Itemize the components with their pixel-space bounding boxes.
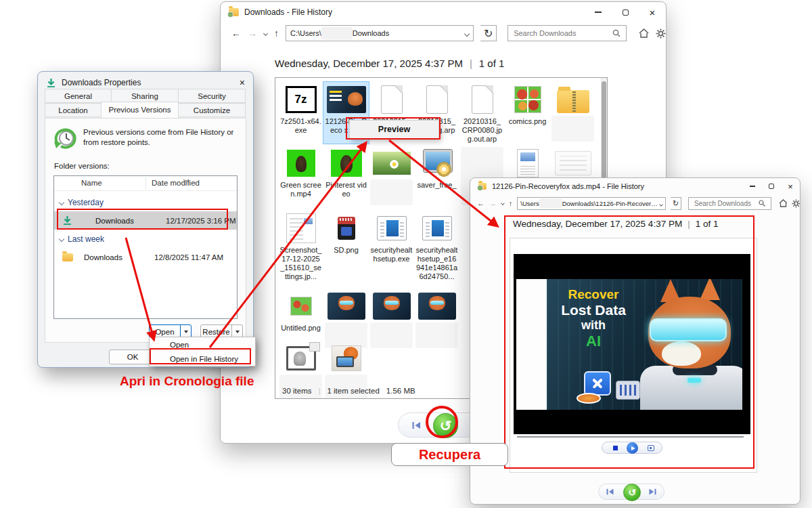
file-history-icon bbox=[478, 183, 487, 190]
file-label: SD.png bbox=[325, 246, 367, 255]
tab-general[interactable]: General bbox=[45, 89, 112, 103]
search-box[interactable]: Search Downloads bbox=[508, 25, 627, 41]
video-text-line: Lost Data bbox=[554, 302, 633, 318]
status-selected-count: 1 item selected bbox=[327, 387, 379, 395]
file-item[interactable] bbox=[414, 289, 459, 333]
maximize-button[interactable] bbox=[612, 2, 639, 22]
up-icon[interactable]: ↑ bbox=[274, 28, 279, 39]
address-suffix: Downloads\12126-Pin-Recoveryfox ads.mp4 bbox=[562, 200, 660, 207]
toolbar: ← → ↑ \Users Downloads\12126-Pin-Recover… bbox=[470, 194, 800, 212]
search-box[interactable]: Search Downloads bbox=[688, 197, 771, 210]
refresh-button[interactable]: ↻ bbox=[480, 25, 497, 41]
back-icon[interactable]: ← bbox=[231, 28, 241, 39]
title-bar: 12126-Pin-Recoveryfox ads.mp4 - File His… bbox=[470, 178, 800, 194]
file-item[interactable] bbox=[323, 289, 369, 333]
group-last-week[interactable]: Last week bbox=[60, 234, 104, 244]
tab-location[interactable]: Location bbox=[45, 103, 102, 117]
redaction-blur bbox=[551, 116, 594, 142]
menu-item-open-in-file-history[interactable]: Open in File History bbox=[150, 352, 255, 366]
tab-sharing[interactable]: Sharing bbox=[111, 89, 179, 103]
context-menu-preview[interactable]: Preview bbox=[349, 120, 439, 139]
file-item[interactable]: Green screen.mp4 bbox=[278, 146, 323, 198]
previous-version-icon[interactable] bbox=[412, 422, 421, 429]
column-name[interactable]: Name bbox=[81, 179, 102, 187]
minimize-button[interactable] bbox=[585, 2, 612, 22]
file-item[interactable]: saver_free_ bbox=[414, 146, 459, 198]
version-row-yesterday[interactable]: Downloads 12/17/2025 3:16 PM bbox=[54, 211, 237, 230]
maximize-button[interactable] bbox=[762, 178, 781, 194]
folder-versions-list[interactable]: Name Date modified Yesterday Downloads 1… bbox=[53, 175, 238, 319]
file-item[interactable]: Untitled.png bbox=[278, 289, 323, 333]
recent-locations-icon[interactable] bbox=[263, 30, 268, 35]
file-item[interactable]: securityhealthsetup.exe bbox=[369, 211, 414, 281]
settings-gear-icon[interactable] bbox=[792, 199, 800, 208]
untitled-icon bbox=[290, 297, 312, 316]
forward-icon[interactable]: → bbox=[248, 28, 257, 39]
redaction-blur bbox=[415, 322, 458, 348]
forward-icon[interactable]: → bbox=[489, 199, 497, 207]
up-icon[interactable]: ↑ bbox=[509, 199, 513, 207]
version-row-last-week[interactable]: Downloads 12/8/2025 11:47 AM bbox=[54, 248, 237, 266]
file-item[interactable] bbox=[278, 341, 323, 376]
flower-icon bbox=[373, 152, 411, 175]
settings-gear-icon[interactable] bbox=[656, 28, 666, 39]
close-button[interactable]: × bbox=[781, 178, 800, 194]
status-divider: | bbox=[318, 387, 320, 395]
file-label: Screenshot_17-12-2025_151610_settings.jp… bbox=[280, 246, 322, 281]
installer-icon bbox=[422, 150, 453, 177]
file-item[interactable]: Screenshot_17-12-2025_151610_settings.jp… bbox=[278, 211, 323, 281]
restore-button[interactable]: ↺ bbox=[433, 413, 458, 438]
file-item[interactable] bbox=[323, 341, 369, 376]
file-item[interactable]: Pinterest video bbox=[323, 146, 369, 198]
address-bar[interactable]: \Users Downloads\12126-Pin-Recoveryfox a… bbox=[517, 197, 666, 210]
restore-dropdown-icon[interactable] bbox=[232, 331, 242, 333]
title-bar: Downloads - File History × bbox=[221, 2, 666, 22]
next-version-icon[interactable] bbox=[649, 489, 656, 495]
file-item[interactable] bbox=[369, 146, 414, 198]
tab-previous-versions[interactable]: Previous Versions bbox=[101, 102, 179, 118]
stop-button[interactable] bbox=[613, 446, 618, 450]
play-button[interactable] bbox=[627, 442, 638, 454]
video-text-line: Recover bbox=[554, 287, 633, 302]
file-item[interactable]: 7z2501-x64.exe bbox=[278, 82, 323, 144]
refresh-button[interactable]: ↻ bbox=[671, 197, 681, 210]
dialog-close-icon[interactable]: × bbox=[240, 77, 245, 88]
date-separator: | bbox=[470, 58, 472, 69]
recent-locations-icon[interactable] bbox=[501, 201, 504, 205]
menu-item-open[interactable]: Open bbox=[150, 337, 255, 352]
previous-version-icon[interactable] bbox=[606, 489, 614, 495]
file-label: securityhealthsetup.exe bbox=[371, 246, 413, 263]
restore-button[interactable]: ↺ bbox=[623, 484, 641, 501]
popout-button[interactable] bbox=[648, 445, 654, 451]
address-dropdown-icon[interactable] bbox=[659, 203, 663, 207]
minimize-button[interactable] bbox=[743, 178, 762, 194]
close-button[interactable]: × bbox=[639, 2, 666, 22]
address-dropdown-icon[interactable] bbox=[464, 31, 470, 37]
tab-security[interactable]: Security bbox=[178, 89, 246, 103]
video-preview[interactable]: Recover Lost Data with AI bbox=[514, 254, 750, 434]
tab-customize[interactable]: Customize bbox=[178, 103, 246, 117]
file-item[interactable] bbox=[369, 289, 414, 333]
doc-settings-icon bbox=[555, 151, 591, 175]
address-bar[interactable]: C:\Users\ Downloads bbox=[286, 25, 474, 41]
back-icon[interactable]: ← bbox=[477, 199, 484, 207]
file-history-icon bbox=[229, 8, 239, 16]
preview-menu-label: Preview bbox=[378, 125, 410, 134]
file-item[interactable]: SD.png bbox=[323, 211, 369, 281]
home-icon[interactable] bbox=[639, 28, 649, 38]
file-item[interactable] bbox=[550, 82, 595, 144]
file-item[interactable]: comics.png bbox=[505, 82, 550, 144]
list-header: Name Date modified bbox=[54, 176, 237, 191]
open-dropdown-icon[interactable] bbox=[181, 331, 191, 333]
group-yesterday[interactable]: Yesterday bbox=[60, 198, 104, 207]
page-indicator: 1 of 1 bbox=[479, 58, 505, 69]
search-placeholder: Search Downloads bbox=[514, 29, 612, 37]
file-item[interactable]: securityhealthsetup_e16941e14861a6d24750… bbox=[414, 211, 459, 281]
file-item[interactable]: 20210316_CRP0080.jpg.out.arp bbox=[459, 82, 505, 144]
home-icon[interactable] bbox=[779, 199, 787, 207]
screenshot-icon bbox=[286, 213, 316, 243]
seek-bar[interactable] bbox=[517, 436, 744, 438]
column-date-modified[interactable]: Date modified bbox=[152, 179, 200, 187]
fox-tablet-icon bbox=[332, 345, 361, 371]
fox-sketch-icon bbox=[286, 346, 316, 371]
